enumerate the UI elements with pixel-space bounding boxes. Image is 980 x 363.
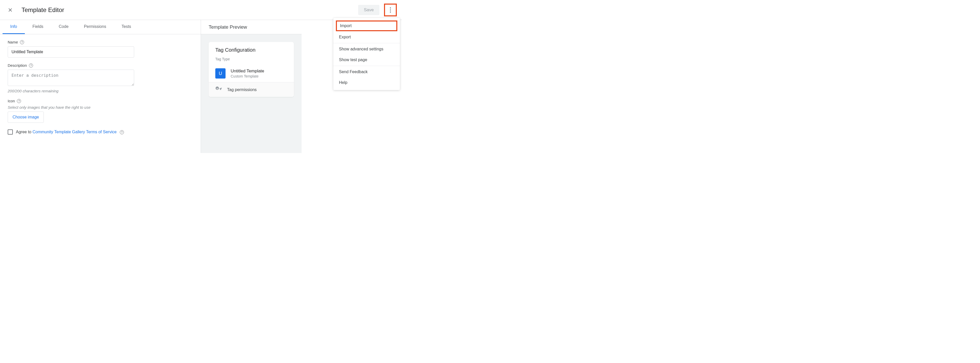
- tabs: Info Fields Code Permissions Tests: [0, 20, 201, 34]
- help-icon[interactable]: ?: [17, 99, 21, 103]
- name-field: Name ?: [8, 40, 193, 57]
- icon-field: Icon ? Select only images that you have …: [8, 99, 193, 123]
- close-button[interactable]: [5, 5, 15, 15]
- tos-row: Agree to Community Template Gallery Term…: [8, 130, 193, 135]
- permissions-label: Tag permissions: [227, 87, 257, 92]
- tab-code[interactable]: Code: [51, 20, 76, 34]
- header: Template Editor Save Import Export Show …: [0, 0, 402, 20]
- save-button[interactable]: Save: [358, 5, 379, 15]
- close-icon: [8, 7, 13, 13]
- tab-tests[interactable]: Tests: [114, 20, 139, 34]
- icon-label: Icon: [8, 99, 15, 103]
- icon-hint: Select only images that you have the rig…: [8, 105, 193, 109]
- page-title: Template Editor: [22, 6, 64, 14]
- menu-divider: [333, 43, 400, 43]
- more-menu-highlight: [384, 3, 397, 16]
- more-vert-icon: [390, 7, 391, 13]
- tos-link[interactable]: Community Template Gallery Terms of Serv…: [32, 130, 116, 134]
- tag-type-row[interactable]: U Untitled Template Custom Template: [208, 65, 294, 82]
- menu-item-help[interactable]: Help: [333, 77, 400, 88]
- menu-item-export[interactable]: Export: [333, 32, 400, 43]
- description-counter: 200/200 characters remaining: [8, 89, 193, 93]
- choose-image-button[interactable]: Choose image: [8, 111, 44, 123]
- template-badge-icon: U: [215, 68, 226, 79]
- description-label: Description: [8, 63, 27, 68]
- tos-prefix: Agree to: [16, 130, 32, 134]
- name-label: Name: [8, 40, 18, 44]
- description-field: Description ? 200/200 characters remaini…: [8, 63, 193, 93]
- tab-info[interactable]: Info: [3, 20, 25, 34]
- menu-item-import[interactable]: Import: [336, 21, 397, 31]
- menu-item-advanced-settings[interactable]: Show advanced settings: [333, 44, 400, 54]
- key-icon: [215, 86, 222, 94]
- more-menu-button[interactable]: [385, 5, 395, 15]
- tos-checkbox[interactable]: [8, 130, 13, 135]
- help-icon[interactable]: ?: [20, 40, 24, 44]
- tab-permissions[interactable]: Permissions: [76, 20, 114, 34]
- help-icon[interactable]: ?: [29, 63, 33, 68]
- tag-permissions-row[interactable]: Tag permissions: [208, 82, 294, 97]
- description-input[interactable]: [8, 70, 134, 86]
- template-name: Untitled Template: [231, 68, 264, 74]
- tag-config-card: Tag Configuration Tag Type U Untitled Te…: [208, 42, 294, 97]
- name-input[interactable]: [8, 46, 134, 57]
- card-title: Tag Configuration: [208, 42, 294, 55]
- template-kind: Custom Template: [231, 74, 264, 78]
- menu-divider: [333, 66, 400, 66]
- tag-type-label: Tag Type: [208, 55, 294, 65]
- preview-panel: Template Preview Tag Configuration Tag T…: [201, 20, 302, 153]
- help-icon[interactable]: ?: [120, 130, 124, 134]
- more-menu-dropdown: Import Export Show advanced settings Sho…: [333, 18, 400, 90]
- editor-panel: Info Fields Code Permissions Tests Name …: [0, 20, 201, 153]
- preview-title: Template Preview: [201, 20, 302, 34]
- menu-item-show-test-page[interactable]: Show test page: [333, 54, 400, 65]
- menu-item-send-feedback[interactable]: Send Feedback: [333, 67, 400, 77]
- tab-fields[interactable]: Fields: [25, 20, 51, 34]
